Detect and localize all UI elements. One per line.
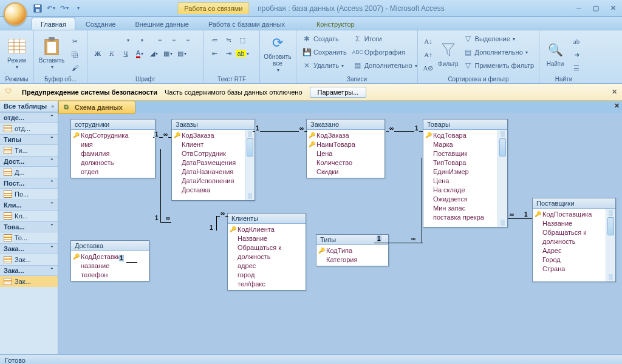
nav-table-item[interactable]: Кл... (0, 211, 58, 221)
field-row[interactable]: Поставщик (423, 149, 497, 158)
filter-button[interactable]: Фильтр (437, 33, 459, 74)
tab-design[interactable]: Конструктор (307, 18, 364, 30)
select-button[interactable]: ☰ (570, 62, 583, 74)
nav-group-header[interactable]: Зака...⌃ (0, 243, 58, 254)
table-title[interactable]: Товары (423, 120, 507, 130)
table-postavshchiki[interactable]: Поставщики 🔑КодПоставщикаНазваниеОбращат… (532, 198, 616, 282)
qat-customize-icon[interactable]: ▾ (73, 4, 83, 13)
table-title[interactable]: сотрудники (71, 120, 155, 130)
field-row[interactable]: Город (533, 255, 606, 265)
field-row[interactable]: ДатаРазмещения (172, 158, 245, 167)
find-button[interactable]: 🔍 Найти (543, 33, 567, 74)
qat-redo-icon[interactable]: ↷▾ (60, 4, 69, 13)
relationship-canvas[interactable]: 1 ∞ 1 ∞ ∞ 1 ∞ 1 1 ∞ 1 ∞ 1 ∞ 1 (58, 113, 622, 354)
field-row[interactable]: Название (533, 219, 606, 228)
nav-table-item[interactable]: Д... (0, 167, 58, 178)
field-row[interactable]: Скидки (307, 167, 384, 177)
fill-color-button[interactable]: ◢▾ (147, 47, 160, 59)
replace-button[interactable]: ab (570, 35, 583, 47)
table-dostavka[interactable]: Доставка 🔑КодДоставкиназваниетелефон (70, 240, 149, 281)
nav-group-header[interactable]: Дост...⌃ (0, 156, 58, 167)
table-title[interactable]: Поставщики (533, 198, 615, 209)
increase-indent-button[interactable]: ⇥ (222, 47, 235, 59)
scrollbar[interactable] (606, 209, 615, 281)
field-row[interactable]: 🔑КодЗаказа (172, 131, 245, 140)
align-left-button[interactable]: ≡ (153, 34, 166, 46)
field-row[interactable]: Марка (423, 140, 497, 149)
nav-group-header[interactable]: Това...⌃ (0, 221, 58, 232)
font-name-combo[interactable]: ▾ (91, 34, 130, 46)
field-row[interactable]: Доставка (172, 186, 245, 195)
clear-sort-button[interactable]: A⊘ (422, 62, 435, 74)
font-color-button[interactable]: A▾ (133, 47, 146, 59)
minimize-button[interactable]: ─ (573, 4, 584, 13)
table-title[interactable]: Доставка (71, 241, 149, 251)
sort-asc-button[interactable]: A↓ (422, 35, 435, 47)
restore-button[interactable]: ▢ (590, 4, 601, 13)
field-row[interactable]: 🔑КодДоставки (71, 252, 149, 261)
field-row[interactable]: 🔑КодЗаказа (307, 131, 384, 140)
highlight-button[interactable]: ab▾ (236, 47, 249, 59)
field-row[interactable]: Категория (316, 255, 388, 265)
qat-save-icon[interactable] (33, 4, 43, 13)
nav-table-item[interactable]: Зак... (0, 276, 58, 287)
table-klienty[interactable]: Клиенты 🔑КодКлиентаНазваниеОбращаться кд… (227, 213, 306, 291)
table-title[interactable]: Клиенты (228, 214, 306, 224)
tab-create[interactable]: Создание (77, 18, 125, 30)
field-row[interactable]: Название (228, 234, 306, 243)
toggle-filter-button[interactable]: ▽Применить фильтр (462, 59, 536, 72)
copy-button[interactable]: ⿻ (68, 49, 81, 61)
field-row[interactable]: Обращаться к (533, 228, 606, 237)
font-size-combo[interactable]: ▾ (131, 34, 152, 46)
selection-filter-button[interactable]: ▽Выделение▾ (462, 33, 536, 45)
field-row[interactable]: Цена (423, 177, 497, 186)
totals-button[interactable]: ΣИтоги (351, 33, 419, 45)
goto-button[interactable]: ➜ (570, 49, 583, 61)
field-row[interactable]: ТипТовара (423, 158, 497, 167)
field-row[interactable]: ДатаНазначения (172, 167, 245, 177)
underline-button[interactable]: Ч (119, 47, 132, 59)
security-close-button[interactable]: ✕ (612, 88, 617, 96)
field-row[interactable]: Ожидается (423, 195, 497, 204)
qat-undo-icon[interactable]: ↶▾ (46, 4, 56, 13)
nav-table-item[interactable]: По... (0, 189, 58, 200)
field-row[interactable]: название (71, 261, 149, 271)
save-record-button[interactable]: 💾Сохранить (300, 46, 349, 58)
tab-main[interactable]: Главная (32, 18, 75, 30)
tab-external[interactable]: Внешние данные (126, 18, 198, 30)
nav-table-item[interactable]: отд... (0, 123, 58, 134)
table-zakazano[interactable]: Заказано 🔑КодЗаказа🔑НаимТовараЦенаКоличе… (306, 119, 385, 178)
field-row[interactable]: город (228, 271, 306, 280)
field-row[interactable]: Мин запас (423, 204, 497, 213)
field-row[interactable]: отдел (71, 167, 155, 177)
paste-button[interactable]: Вставить▾ (38, 33, 66, 74)
align-center-button[interactable]: ≡ (167, 34, 180, 46)
navigation-pane[interactable]: Все таблицы« отде...⌃отд...Типы⌃Ти...Дос… (0, 101, 58, 354)
field-row[interactable]: 🔑КодПоставщика (533, 210, 606, 219)
align-right-button[interactable]: ≡ (181, 34, 194, 46)
close-button[interactable]: ✕ (607, 4, 618, 13)
field-row[interactable]: 🔑НаимТовара (307, 140, 384, 149)
nav-table-item[interactable]: Зак... (0, 254, 58, 265)
field-row[interactable]: 🔑КодСотрудника (71, 131, 155, 140)
nav-group-header[interactable]: Пост...⌃ (0, 178, 58, 189)
sort-desc-button[interactable]: A↑ (422, 49, 435, 61)
office-button[interactable] (4, 2, 27, 25)
table-zakazy[interactable]: Заказы 🔑КодЗаказаКлиентОтвСотрудникДатаР… (171, 119, 255, 201)
scrollbar[interactable] (497, 130, 507, 227)
field-row[interactable]: Клиент (172, 140, 245, 149)
cut-button[interactable]: ✂ (68, 35, 81, 47)
nav-group-header[interactable]: Кли...⌃ (0, 200, 58, 211)
nav-table-item[interactable]: Ти... (0, 145, 58, 156)
table-tovary[interactable]: Товары 🔑КодТовараМаркаПоставщикТипТовара… (423, 119, 508, 228)
field-row[interactable]: имя (71, 140, 155, 149)
view-button[interactable]: Режим▾ (4, 33, 30, 74)
field-row[interactable]: Количество (307, 158, 384, 167)
field-row[interactable]: телефон (71, 271, 149, 280)
table-sotrudniki[interactable]: сотрудники 🔑КодСотрудникаимяфамилиядолжн… (70, 119, 156, 178)
field-row[interactable]: На складе (423, 186, 497, 195)
field-row[interactable]: тел/факс (228, 280, 306, 289)
nav-header[interactable]: Все таблицы« (0, 101, 58, 112)
gridlines-button[interactable]: ▦▾ (161, 47, 174, 59)
new-record-button[interactable]: ✱Создать (300, 33, 349, 45)
